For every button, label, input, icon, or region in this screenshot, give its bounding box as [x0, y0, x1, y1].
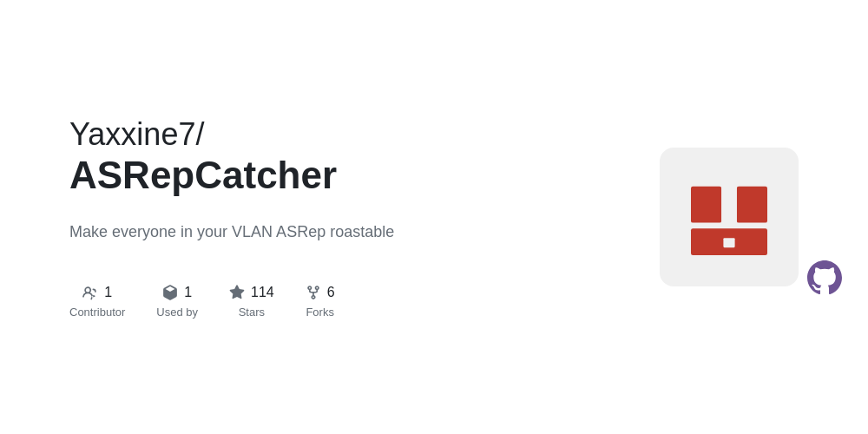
used-by-count: 1: [184, 285, 192, 300]
repo-description: Make everyone in your VLAN ASRep roastab…: [69, 223, 608, 241]
stars-label: Stars: [239, 306, 265, 319]
repo-title: ASRepCatcher: [69, 153, 608, 199]
stat-stars-top: 114: [229, 285, 274, 300]
package-logo-icon: [681, 169, 777, 265]
svg-rect-1: [691, 187, 721, 223]
fork-icon: [306, 285, 321, 300]
stat-stars[interactable]: 114 Stars: [229, 285, 274, 319]
left-section: Yaxxine7/ ASRepCatcher Make everyone in …: [69, 115, 608, 319]
stat-contributors-top: 1: [82, 285, 112, 300]
right-section: [660, 148, 799, 286]
contributors-count: 1: [104, 285, 112, 300]
stats-row: 1 Contributor 1 Used by: [69, 285, 608, 319]
forks-count: 6: [327, 285, 335, 300]
github-octocat-icon: [807, 260, 842, 295]
stat-forks-top: 6: [306, 285, 335, 300]
svg-rect-3: [721, 187, 737, 223]
used-by-label: Used by: [156, 306, 198, 319]
stat-used-by-top: 1: [162, 285, 192, 300]
package-icon: [162, 285, 178, 300]
svg-rect-2: [737, 187, 767, 223]
stat-used-by[interactable]: 1 Used by: [156, 285, 198, 319]
stars-count: 114: [251, 285, 274, 300]
stat-contributors[interactable]: 1 Contributor: [69, 285, 125, 319]
page-container: Yaxxine7/ ASRepCatcher Make everyone in …: [0, 0, 868, 434]
contributors-label: Contributor: [69, 306, 125, 319]
star-icon: [229, 285, 245, 300]
svg-rect-4: [723, 238, 734, 247]
repo-name-block: Yaxxine7/ ASRepCatcher: [69, 115, 608, 199]
stat-forks[interactable]: 6 Forks: [306, 285, 335, 319]
repo-logo: [660, 148, 799, 286]
people-icon: [82, 285, 98, 300]
repo-owner: Yaxxine7/: [69, 115, 608, 153]
forks-label: Forks: [306, 306, 334, 319]
